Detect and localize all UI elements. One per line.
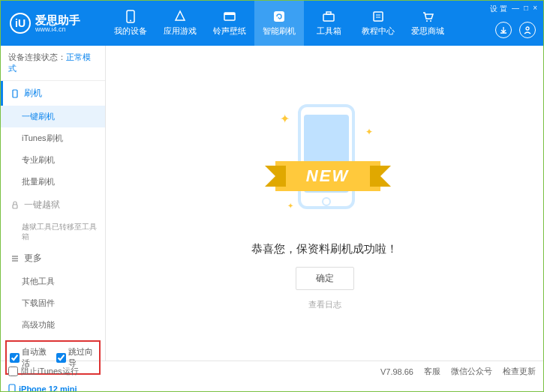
nav-ringtones[interactable]: 铃声壁纸: [205, 1, 254, 46]
svg-point-11: [430, 20, 431, 22]
ok-button[interactable]: 确定: [296, 267, 354, 290]
svg-rect-3: [224, 13, 235, 15]
app-name: 爱思助手: [35, 14, 80, 25]
toolbox-icon: [322, 10, 335, 23]
nav-apps[interactable]: 应用游戏: [155, 1, 205, 46]
check-update-link[interactable]: 检查更新: [503, 366, 536, 377]
checkbox-input[interactable]: [10, 353, 20, 363]
refresh-icon: [272, 10, 286, 23]
footer-right: V7.98.66 客服 微信公众号 检查更新: [380, 366, 536, 377]
device-info: iPhone 12 mini 64GB Down-12mini-13,1: [1, 379, 105, 392]
nav-label: 应用游戏: [164, 25, 197, 37]
svg-point-10: [426, 20, 428, 22]
device-name[interactable]: iPhone 12 mini: [8, 384, 98, 392]
cart-icon: [421, 10, 434, 23]
section-flash-header[interactable]: 刷机: [1, 81, 105, 106]
jailbreak-note: 越狱工具已转移至工具箱: [1, 217, 105, 246]
svg-point-1: [130, 20, 131, 22]
main-content: ✦ ✦ ✦ NEW 恭喜您，保资料刷机成功啦！ 确定 查看日志: [106, 46, 543, 361]
sparkle-icon: ✦: [280, 112, 290, 126]
svg-point-12: [526, 27, 529, 30]
phone-icon: [8, 384, 16, 392]
svg-rect-6: [326, 12, 331, 14]
section-title: 一键越狱: [24, 199, 60, 211]
phone-icon: [124, 10, 137, 23]
sparkle-icon: ✦: [365, 127, 373, 137]
status-label: 设备连接状态：: [8, 52, 66, 61]
nav-label: 智能刷机: [263, 25, 296, 37]
sidebar-item-download-firmware[interactable]: 下载固件: [1, 292, 105, 314]
sidebar-item-batch-flash[interactable]: 批量刷机: [1, 171, 105, 193]
close-button[interactable]: ×: [533, 4, 537, 14]
svg-rect-18: [9, 385, 15, 392]
svg-rect-14: [13, 205, 17, 208]
view-log-link[interactable]: 查看日志: [308, 299, 341, 310]
device-name-text: iPhone 12 mini: [19, 385, 77, 392]
section-more-header[interactable]: 更多: [1, 246, 105, 271]
customer-service-link[interactable]: 客服: [424, 366, 440, 377]
block-itunes-checkbox[interactable]: [8, 367, 18, 376]
connection-status: 设备连接状态：正常模式: [1, 46, 105, 81]
footer-left: 阻止iTunes运行: [8, 366, 79, 377]
phone-home-button: [322, 197, 331, 206]
logo-area: iU 爱思助手 www.i4.cn: [1, 13, 106, 34]
nav-label: 我的设备: [114, 25, 147, 37]
checkbox-input[interactable]: [56, 353, 66, 363]
section-jailbreak-header: 一键越狱: [1, 193, 105, 217]
sidebar-item-other-tools[interactable]: 其他工具: [1, 271, 105, 292]
app-url: www.i4.cn: [35, 25, 80, 33]
sidebar-item-oneclick-flash[interactable]: 一键刷机: [1, 106, 105, 127]
maximize-button[interactable]: □: [524, 4, 528, 14]
new-ribbon: NEW: [275, 161, 380, 191]
lock-icon: [11, 201, 20, 210]
settings-button[interactable]: 设 置: [490, 4, 507, 14]
svg-rect-4: [274, 11, 284, 22]
section-title: 更多: [24, 252, 42, 265]
phone-icon: [11, 89, 20, 98]
svg-rect-7: [374, 12, 383, 21]
nav-label: 爱思商城: [411, 25, 444, 37]
section-title: 刷机: [24, 87, 42, 100]
section-jailbreak: 一键越狱 越狱工具已转移至工具箱: [1, 193, 105, 246]
header-right: [495, 22, 536, 38]
nav-my-device[interactable]: 我的设备: [106, 1, 155, 46]
top-nav: 我的设备 应用游戏 铃声壁纸 智能刷机 工具箱 教程中心 爱思商城: [106, 1, 543, 46]
logo-icon: iU: [10, 13, 31, 34]
section-flash: 刷机 一键刷机 iTunes刷机 专业刷机 批量刷机: [1, 81, 105, 193]
nav-label: 教程中心: [362, 25, 395, 37]
sidebar-item-advanced[interactable]: 高级功能: [1, 314, 105, 336]
wechat-link[interactable]: 微信公众号: [451, 366, 492, 377]
success-illustration: ✦ ✦ ✦ NEW: [280, 97, 370, 232]
user-button[interactable]: [519, 22, 536, 38]
list-icon: [11, 254, 20, 263]
sparkle-icon: ✦: [287, 202, 293, 210]
body: 设备连接状态：正常模式 刷机 一键刷机 iTunes刷机 专业刷机 批量刷机 一…: [1, 46, 543, 361]
nav-store[interactable]: 爱思商城: [403, 1, 452, 46]
success-message: 恭喜您，保资料刷机成功啦！: [251, 242, 398, 256]
nav-label: 铃声壁纸: [213, 25, 246, 37]
window-controls: 设 置 — □ ×: [490, 4, 537, 14]
nav-smart-flash[interactable]: 智能刷机: [254, 1, 304, 46]
minimize-button[interactable]: —: [512, 4, 519, 14]
svg-rect-5: [323, 14, 334, 21]
section-more: 更多 其他工具 下载固件 高级功能: [1, 246, 105, 336]
app-header: iU 爱思助手 www.i4.cn 我的设备 应用游戏 铃声壁纸 智能刷机 工具…: [1, 1, 543, 46]
download-button[interactable]: [495, 22, 512, 38]
apps-icon: [173, 10, 187, 23]
svg-rect-13: [13, 90, 17, 97]
sidebar-item-itunes-flash[interactable]: iTunes刷机: [1, 127, 105, 149]
sidebar: 设备连接状态：正常模式 刷机 一键刷机 iTunes刷机 专业刷机 批量刷机 一…: [1, 46, 106, 361]
sidebar-item-pro-flash[interactable]: 专业刷机: [1, 149, 105, 171]
nav-toolbox[interactable]: 工具箱: [304, 1, 353, 46]
block-itunes-label: 阻止iTunes运行: [21, 366, 79, 377]
nav-label: 工具箱: [317, 25, 341, 37]
version-label: V7.98.66: [380, 367, 413, 376]
book-icon: [371, 10, 385, 23]
music-icon: [223, 10, 236, 23]
nav-tutorials[interactable]: 教程中心: [353, 1, 403, 46]
